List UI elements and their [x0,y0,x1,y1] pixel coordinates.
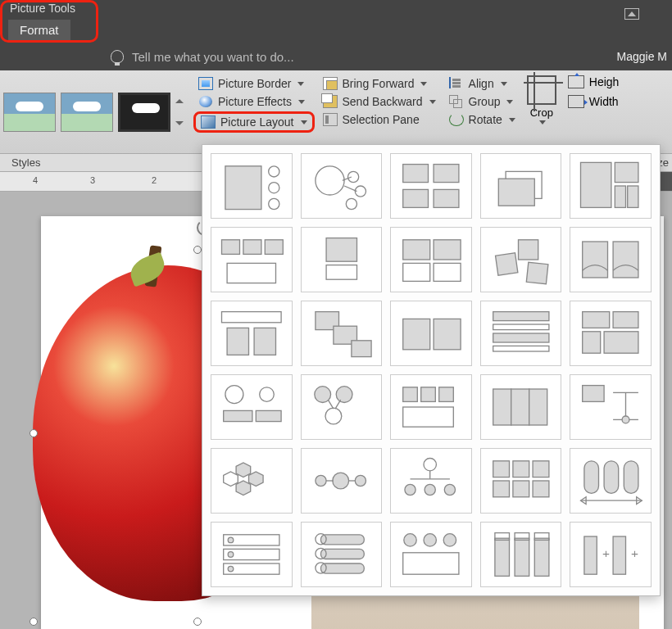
layout-option-accent-list[interactable] [211,153,293,219]
layout-option-detail-list[interactable] [211,522,293,587]
svg-rect-49 [583,332,601,353]
chevron-down-icon [539,120,546,124]
picture-border-button[interactable]: Picture Border [193,75,315,92]
layout-option-circle-cluster[interactable] [301,153,383,219]
layout-option-column-slider[interactable] [570,448,652,514]
send-backward-button[interactable]: Send Backward [318,93,441,110]
style-thumb-2[interactable] [61,93,113,132]
svg-point-7 [346,198,356,209]
layout-option-target[interactable] [570,374,652,440]
picture-layout-button[interactable]: Picture Layout [196,114,312,130]
layout-option-two-large[interactable] [390,301,472,366]
selection-handle[interactable] [30,618,38,626]
svg-rect-15 [498,179,534,206]
layout-option-tilted-cluster[interactable] [480,227,562,292]
selection-handle[interactable] [193,618,202,626]
crop-button[interactable]: Crop [527,75,556,148]
svg-rect-47 [583,312,610,328]
svg-point-85 [425,484,435,495]
tab-format[interactable]: Format [8,20,70,40]
picture-effects-button[interactable]: Picture Effects [193,93,315,110]
svg-rect-45 [493,333,548,342]
selection-pane-button[interactable]: Selection Pane [318,111,441,128]
layout-option-matrix-6[interactable] [480,448,562,514]
layout-option-step-down[interactable] [301,301,383,366]
picture-border-label: Picture Border [218,77,291,90]
layout-option-picture-blocks[interactable] [390,227,472,292]
svg-rect-18 [615,186,626,207]
svg-rect-88 [513,461,529,477]
layout-option-circle-process[interactable] [211,374,293,440]
layout-option-picture-caption[interactable] [301,227,383,292]
chevron-down-icon [420,82,427,86]
svg-point-113 [443,534,456,546]
svg-rect-23 [227,263,275,283]
svg-rect-54 [256,410,281,421]
svg-point-84 [405,484,415,495]
layout-option-node-process[interactable] [301,448,383,514]
svg-rect-91 [513,481,529,497]
title-bar: Picture Tools Format [0,0,672,43]
layout-option-brick[interactable] [570,301,652,366]
arrange-column-2: Align Group Rotate [444,75,520,148]
layout-option-add-columns[interactable]: ++ [570,522,652,587]
layout-option-joined-panels[interactable] [480,374,562,440]
svg-point-3 [269,198,279,209]
picture-layout-icon [201,115,216,129]
style-thumb-1[interactable] [3,93,56,132]
layout-option-pill-list[interactable] [301,522,383,587]
layout-option-bubble-process[interactable] [301,374,383,440]
svg-rect-17 [615,162,639,182]
layout-option-filmstrip[interactable] [390,374,472,440]
account-name[interactable]: Maggie M [617,50,667,63]
collapse-ribbon-icon[interactable] [624,8,639,20]
svg-rect-12 [403,189,429,207]
rotate-icon [449,113,464,126]
picture-adjust-column: Picture Border Picture Effects Picture L… [193,75,315,148]
group-button[interactable]: Group [444,93,520,110]
svg-point-56 [336,387,352,403]
picture-styles-gallery[interactable] [3,75,190,148]
svg-rect-107 [320,563,364,573]
rotate-button[interactable]: Rotate [444,111,520,128]
svg-rect-22 [265,240,283,255]
chevron-down-icon [301,120,307,124]
svg-rect-31 [518,240,538,260]
layout-option-bento[interactable] [570,153,652,219]
layout-option-h-strip-rows[interactable] [480,301,562,366]
tell-me-bar[interactable]: Tell me what you want to do... Maggie M [0,43,672,70]
layout-option-wave-frames[interactable] [570,227,652,292]
layout-option-tab-columns[interactable] [480,522,562,587]
height-input[interactable]: Heigh [568,75,620,88]
svg-rect-65 [511,389,529,425]
chevron-down-icon [298,100,305,104]
svg-rect-33 [583,242,608,278]
svg-rect-105 [320,535,364,545]
styles-more-button[interactable] [175,99,190,125]
align-button[interactable]: Align [444,75,520,92]
lightbulb-icon [111,50,124,63]
svg-rect-61 [421,387,436,402]
arrange-column-1: Bring Forward Send Backward Selection Pa… [318,75,441,148]
layout-option-h-layered[interactable] [211,301,293,366]
svg-rect-115 [495,538,510,576]
layout-option-stacked-frame[interactable] [480,153,562,219]
layout-option-grid-captions[interactable] [390,153,472,219]
layout-option-hex-cluster[interactable] [211,448,293,514]
svg-rect-122 [613,536,625,574]
picture-layout-gallery[interactable]: ++ [202,144,661,596]
svg-text:+: + [602,546,610,560]
width-input[interactable]: Width [568,95,620,108]
layout-option-hierarchy[interactable] [390,448,472,514]
layout-option-three-monitors[interactable] [211,227,293,292]
bring-forward-button[interactable]: Bring Forward [318,75,441,92]
svg-point-81 [424,459,436,471]
svg-rect-67 [583,386,604,402]
style-thumb-3-selected[interactable] [118,93,170,132]
svg-rect-32 [526,262,548,284]
selection-handle[interactable] [193,246,202,254]
svg-line-9 [344,186,356,192]
svg-text:+: + [631,546,638,560]
selection-handle[interactable] [30,429,38,437]
layout-option-filmstrip-detail[interactable] [390,522,472,587]
